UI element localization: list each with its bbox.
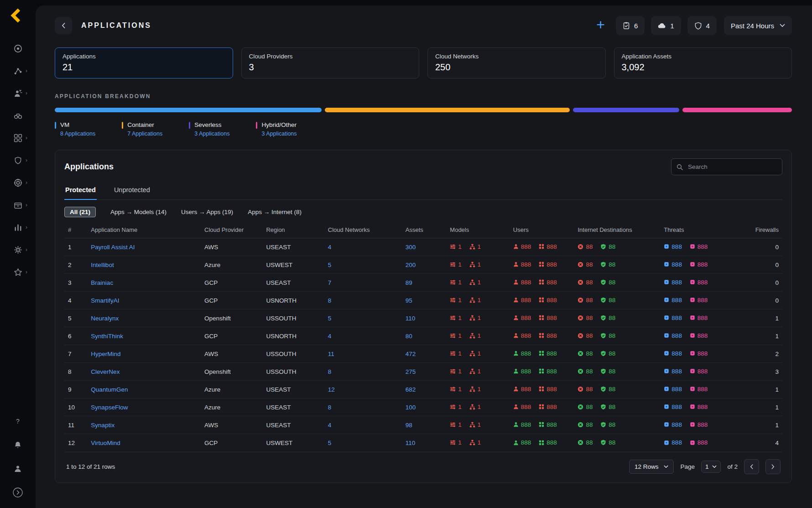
cloud-networks-link[interactable]: 4 <box>328 333 332 340</box>
models-sitemap-count[interactable]: 1 <box>469 261 481 268</box>
threats-blue-count[interactable]: 888 <box>664 350 682 357</box>
filter-apps-internet-8[interactable]: Apps → Internet (8) <box>248 209 302 215</box>
users-count[interactable]: 888 <box>513 243 531 250</box>
application-name-link[interactable]: Neuralynx <box>91 315 119 322</box>
sidebar-user-button[interactable] <box>7 461 29 476</box>
cloud-networks-link[interactable]: 11 <box>328 351 334 357</box>
blocked-destinations-count[interactable]: 88 <box>578 332 593 339</box>
blocked-destinations-count[interactable]: 88 <box>578 403 593 410</box>
threats-blue-count[interactable]: 888 <box>664 332 682 339</box>
threats-blue-count[interactable]: 888 <box>664 421 682 428</box>
user-groups-count[interactable]: 888 <box>539 243 557 250</box>
protected-destinations-count[interactable]: 88 <box>600 350 615 357</box>
threats-blue-count[interactable]: 888 <box>664 439 682 446</box>
sidebar-bell-button[interactable] <box>7 438 29 452</box>
table-row[interactable]: 4 SmartifyAI GCP USNORTH 8 95 1 1 888 88… <box>64 292 782 309</box>
filter-all-21[interactable]: All (21) <box>64 207 96 217</box>
threats-blue-count[interactable]: 888 <box>664 314 682 321</box>
users-count[interactable]: 888 <box>513 439 531 446</box>
protected-destinations-count[interactable]: 88 <box>600 368 615 375</box>
models-count[interactable]: 1 <box>450 386 462 393</box>
user-groups-count[interactable]: 888 <box>539 261 557 268</box>
user-groups-count[interactable]: 888 <box>539 279 557 286</box>
user-groups-count[interactable]: 888 <box>539 421 557 428</box>
column-num[interactable]: # <box>64 222 87 238</box>
blocked-destinations-count[interactable]: 88 <box>578 297 593 304</box>
previous-page-button[interactable] <box>744 459 759 474</box>
assets-link[interactable]: 682 <box>406 386 416 393</box>
assets-link[interactable]: 95 <box>406 297 412 304</box>
back-button[interactable] <box>55 17 72 34</box>
users-count[interactable]: 888 <box>513 350 531 357</box>
threats-blue-count[interactable]: 888 <box>664 368 682 375</box>
legend-count-link[interactable]: 3 Applications <box>194 131 229 137</box>
threats-pink-count[interactable]: 888 <box>690 332 708 339</box>
sidebar-item-target[interactable]: › <box>7 173 29 192</box>
threats-pink-count[interactable]: 888 <box>690 279 708 286</box>
threats-blue-count[interactable]: 888 <box>664 297 682 304</box>
sidebar-item-gear[interactable]: › <box>7 241 29 259</box>
threats-pink-count[interactable]: 888 <box>690 421 708 428</box>
cloud-networks-link[interactable]: 7 <box>328 279 332 286</box>
application-name-link[interactable]: SmartifyAI <box>91 297 119 304</box>
cloud-networks-link[interactable]: 8 <box>328 368 332 375</box>
application-name-link[interactable]: CleverNex <box>91 368 120 375</box>
sidebar-item-bar-chart[interactable]: › <box>7 218 29 236</box>
table-row[interactable]: 9 QuantumGen Azure USEAST 12 682 1 1 888… <box>64 381 782 398</box>
table-row[interactable]: 12 VirtuoMind GCP USWEST 5 110 1 1 888 8… <box>64 434 782 452</box>
threats-pink-count[interactable]: 888 <box>690 403 708 410</box>
user-groups-count[interactable]: 888 <box>539 314 557 321</box>
application-name-link[interactable]: Synaptix <box>91 422 115 429</box>
column-firewalls[interactable]: Firewalls <box>735 222 782 238</box>
protected-destinations-count[interactable]: 88 <box>600 403 615 410</box>
table-row[interactable]: 6 SynthiThink GCP USNORTH 4 80 1 1 888 8… <box>64 327 782 345</box>
application-name-link[interactable]: Brainiac <box>91 279 113 286</box>
tab-unprotected[interactable]: Unprotected <box>113 183 151 200</box>
filter-apps-models-14[interactable]: Apps → Models (14) <box>110 209 167 215</box>
models-count[interactable]: 1 <box>450 243 462 250</box>
models-sitemap-count[interactable]: 1 <box>469 368 481 375</box>
cloud-networks-link[interactable]: 4 <box>328 244 332 251</box>
cloud-networks-link[interactable]: 8 <box>328 404 332 411</box>
next-page-button[interactable] <box>765 459 781 474</box>
assets-link[interactable]: 472 <box>406 351 416 357</box>
column-users[interactable]: Users <box>510 222 574 238</box>
app-logo-icon[interactable] <box>10 7 26 26</box>
sidebar-item-star[interactable]: › <box>7 263 29 281</box>
assets-link[interactable]: 98 <box>406 422 412 429</box>
legend-count-link[interactable]: 8 Applications <box>60 131 95 137</box>
assets-link[interactable]: 300 <box>406 244 416 251</box>
user-groups-count[interactable]: 888 <box>539 297 557 304</box>
models-count[interactable]: 1 <box>450 350 462 357</box>
protection-counter-button[interactable]: 4 <box>687 16 717 35</box>
user-groups-count[interactable]: 888 <box>539 332 557 339</box>
sidebar-item-apps-grid[interactable]: › <box>7 129 29 147</box>
models-count[interactable]: 1 <box>450 421 462 428</box>
application-name-link[interactable]: HyperMind <box>91 351 120 357</box>
protected-destinations-count[interactable]: 88 <box>600 386 615 393</box>
cloud-networks-link[interactable]: 5 <box>328 440 332 446</box>
blocked-destinations-count[interactable]: 88 <box>578 350 593 357</box>
threats-blue-count[interactable]: 888 <box>664 243 682 250</box>
assets-link[interactable]: 110 <box>406 315 416 322</box>
blocked-destinations-count[interactable]: 88 <box>578 368 593 375</box>
sidebar-item-person-alert[interactable]: › <box>7 84 29 102</box>
users-count[interactable]: 888 <box>513 368 531 375</box>
models-count[interactable]: 1 <box>450 314 462 321</box>
protected-destinations-count[interactable]: 88 <box>600 439 615 446</box>
models-sitemap-count[interactable]: 1 <box>469 297 481 304</box>
filter-users-apps-19[interactable]: Users → Apps (19) <box>181 209 233 215</box>
models-sitemap-count[interactable]: 1 <box>469 314 481 321</box>
blocked-destinations-count[interactable]: 88 <box>578 261 593 268</box>
threats-blue-count[interactable]: 888 <box>664 279 682 286</box>
cloud-networks-link[interactable]: 8 <box>328 297 332 304</box>
models-count[interactable]: 1 <box>450 261 462 268</box>
users-count[interactable]: 888 <box>513 297 531 304</box>
protected-destinations-count[interactable]: 88 <box>600 279 615 286</box>
models-sitemap-count[interactable]: 1 <box>469 421 481 428</box>
models-count[interactable]: 1 <box>450 332 462 339</box>
threats-pink-count[interactable]: 888 <box>690 368 708 375</box>
threats-pink-count[interactable]: 888 <box>690 314 708 321</box>
models-count[interactable]: 1 <box>450 297 462 304</box>
table-row[interactable]: 11 Synaptix AWS USEAST 4 98 1 1 888 888 … <box>64 416 782 434</box>
